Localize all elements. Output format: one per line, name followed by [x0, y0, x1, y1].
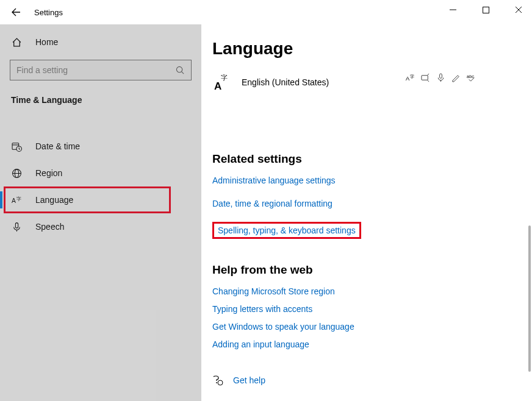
sidebar-item-speech[interactable]: Speech [0, 213, 201, 240]
language-feature-icons: A字 abc [406, 73, 476, 82]
sidebar-item-label: Region [35, 168, 62, 178]
sidebar-section-label: Time & Language [0, 89, 201, 116]
titlebar: Settings [0, 0, 532, 24]
svg-point-26 [216, 382, 217, 383]
svg-line-10 [19, 149, 20, 149]
sidebar-home-label: Home [35, 37, 58, 47]
language-icon: A字 [11, 194, 22, 205]
link-windows-speak-language[interactable]: Get Windows to speak your language [212, 322, 354, 332]
link-get-help[interactable]: Get help [233, 375, 265, 385]
close-button[interactable] [509, 1, 528, 18]
sidebar-item-region[interactable]: Region [0, 160, 201, 186]
speech-recognition-icon [436, 73, 445, 82]
svg-rect-1 [483, 7, 489, 13]
back-button[interactable] [11, 7, 21, 17]
display-language-icon: A字 [406, 73, 415, 82]
sidebar: Home Time & Language Date & time Region [0, 24, 201, 401]
web-help-heading: Help from the web [212, 263, 526, 277]
svg-rect-16 [15, 222, 18, 228]
scrollbar[interactable] [528, 225, 531, 372]
related-settings-heading: Related settings [212, 152, 526, 166]
sidebar-item-language[interactable]: A字 Language [4, 186, 171, 213]
main-content: Language 字A English (United States) A字 a… [201, 24, 532, 401]
minimize-button[interactable] [443, 1, 462, 18]
svg-text:字: 字 [16, 196, 21, 201]
search-icon [176, 66, 185, 75]
link-typing-accents[interactable]: Typing letters with accents [212, 304, 312, 314]
svg-rect-22 [422, 76, 428, 80]
sidebar-home[interactable]: Home [0, 30, 201, 54]
svg-text:字: 字 [221, 74, 228, 81]
calendar-clock-icon [11, 141, 22, 152]
svg-line-5 [181, 71, 184, 74]
maximize-button[interactable] [476, 1, 495, 18]
current-language-row[interactable]: 字A English (United States) [212, 73, 329, 91]
search-box[interactable] [10, 60, 192, 80]
sidebar-item-label: Speech [35, 222, 64, 232]
svg-text:A: A [214, 80, 221, 91]
svg-text:A: A [12, 197, 16, 204]
link-administrative-language[interactable]: Administrative language settings [212, 176, 336, 185]
page-title: Language [212, 39, 526, 59]
microphone-icon [11, 221, 22, 232]
search-input[interactable] [16, 65, 176, 75]
spellcheck-icon: abc [467, 73, 476, 82]
language-glyph-icon: 字A [212, 73, 231, 91]
svg-text:字: 字 [410, 74, 414, 79]
sidebar-item-date-time[interactable]: Date & time [0, 133, 201, 160]
svg-point-27 [218, 380, 223, 385]
svg-rect-23 [440, 74, 442, 79]
globe-icon [11, 168, 22, 179]
sidebar-item-label: Date & time [35, 141, 80, 151]
current-language-label: English (United States) [242, 77, 329, 87]
home-icon [11, 37, 22, 48]
link-changing-store-region[interactable]: Changing Microsoft Store region [212, 286, 335, 296]
link-spelling-typing-keyboard[interactable]: Spelling, typing, & keyboard settings [218, 225, 356, 235]
link-adding-input-language[interactable]: Adding an input language [212, 339, 309, 349]
handwriting-icon [451, 73, 461, 82]
sidebar-item-label: Language [35, 195, 73, 205]
gethelp-icon [212, 375, 223, 386]
text-to-speech-icon [421, 73, 430, 82]
link-date-time-regional[interactable]: Date, time & regional formatting [212, 199, 332, 208]
window-title: Settings [34, 8, 63, 17]
